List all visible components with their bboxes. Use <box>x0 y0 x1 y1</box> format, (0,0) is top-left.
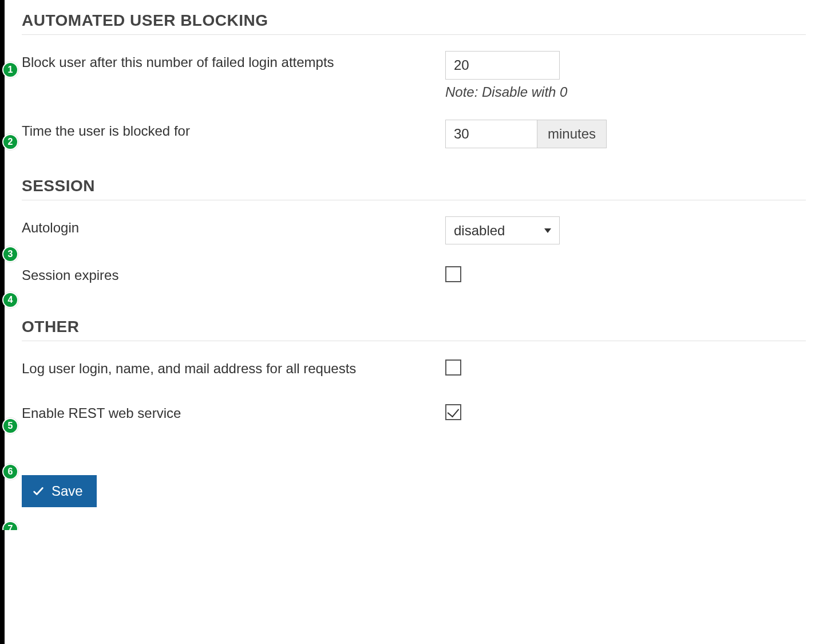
label-autologin: Autologin <box>22 216 445 236</box>
label-log-user: Log user login, name, and mail address f… <box>22 357 445 377</box>
row-log-user: Log user login, name, and mail address f… <box>22 357 806 382</box>
annotation-marker-1: 1 <box>2 62 18 78</box>
annotation-marker-2: 2 <box>2 134 18 150</box>
checkbox-enable-rest[interactable] <box>445 404 461 420</box>
label-session-expires: Session expires <box>22 264 445 283</box>
label-block-time: Time the user is blocked for <box>22 120 445 139</box>
annotation-marker-7: 7 <box>2 521 18 530</box>
addon-minutes: minutes <box>537 120 607 148</box>
checkbox-log-user[interactable] <box>445 359 461 376</box>
annotation-marker-6: 6 <box>2 464 18 480</box>
input-failed-attempts[interactable] <box>445 51 560 80</box>
settings-form: 1 2 3 4 5 6 7 AUTOMATED USER BLOCKING Bl… <box>5 0 823 530</box>
annotation-marker-4: 4 <box>2 292 18 308</box>
annotation-marker-3: 3 <box>2 246 18 262</box>
row-block-time: Time the user is blocked for minutes <box>22 120 806 148</box>
label-failed-attempts: Block user after this number of failed l… <box>22 51 445 70</box>
select-autologin[interactable]: disabled <box>445 216 560 244</box>
annotation-marker-5: 5 <box>2 418 18 434</box>
row-enable-rest: Enable REST web service <box>22 402 806 427</box>
save-button-label: Save <box>52 483 83 499</box>
check-icon <box>32 485 45 497</box>
row-failed-attempts: Block user after this number of failed l… <box>22 51 806 100</box>
save-button[interactable]: Save <box>22 475 97 507</box>
input-block-time[interactable] <box>445 120 537 148</box>
section-title-session: SESSION <box>22 177 806 200</box>
row-session-expires: Session expires <box>22 264 806 289</box>
section-title-blocking: AUTOMATED USER BLOCKING <box>22 11 806 35</box>
left-strip <box>0 0 5 530</box>
note-failed-attempts: Note: Disable with 0 <box>445 84 567 100</box>
row-autologin: Autologin disabled <box>22 216 806 244</box>
section-title-other: OTHER <box>22 318 806 341</box>
checkbox-session-expires[interactable] <box>445 266 461 282</box>
label-enable-rest: Enable REST web service <box>22 402 445 421</box>
